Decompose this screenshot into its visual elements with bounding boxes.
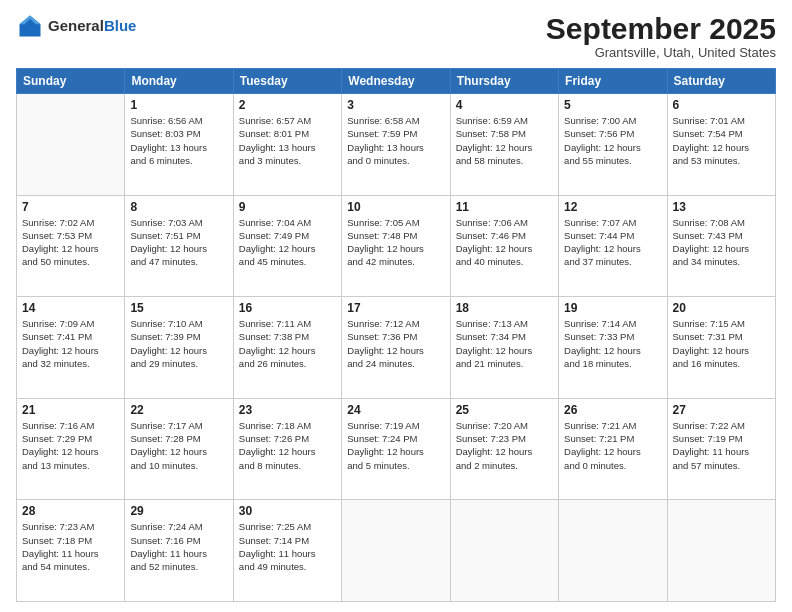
week-row-1: 1Sunrise: 6:56 AMSunset: 8:03 PMDaylight… [17,94,776,196]
day-number: 16 [239,301,336,315]
day-number: 9 [239,200,336,214]
day-info: Sunrise: 7:24 AMSunset: 7:16 PMDaylight:… [130,520,227,573]
day-info: Sunrise: 6:58 AMSunset: 7:59 PMDaylight:… [347,114,444,167]
day-number: 6 [673,98,770,112]
day-info: Sunrise: 7:25 AMSunset: 7:14 PMDaylight:… [239,520,336,573]
day-number: 7 [22,200,119,214]
day-info: Sunrise: 7:04 AMSunset: 7:49 PMDaylight:… [239,216,336,269]
calendar-cell: 7Sunrise: 7:02 AMSunset: 7:53 PMDaylight… [17,195,125,297]
calendar-cell: 6Sunrise: 7:01 AMSunset: 7:54 PMDaylight… [667,94,775,196]
calendar-cell: 3Sunrise: 6:58 AMSunset: 7:59 PMDaylight… [342,94,450,196]
day-info: Sunrise: 7:07 AMSunset: 7:44 PMDaylight:… [564,216,661,269]
day-number: 27 [673,403,770,417]
calendar-cell [559,500,667,602]
calendar-cell: 4Sunrise: 6:59 AMSunset: 7:58 PMDaylight… [450,94,558,196]
day-number: 28 [22,504,119,518]
day-info: Sunrise: 7:18 AMSunset: 7:26 PMDaylight:… [239,419,336,472]
calendar-cell: 21Sunrise: 7:16 AMSunset: 7:29 PMDayligh… [17,398,125,500]
col-tuesday: Tuesday [233,69,341,94]
location-subtitle: Grantsville, Utah, United States [546,45,776,60]
calendar-cell: 25Sunrise: 7:20 AMSunset: 7:23 PMDayligh… [450,398,558,500]
calendar-cell: 2Sunrise: 6:57 AMSunset: 8:01 PMDaylight… [233,94,341,196]
page: GeneralBlue September 2025 Grantsville, … [0,0,792,612]
day-info: Sunrise: 7:21 AMSunset: 7:21 PMDaylight:… [564,419,661,472]
col-wednesday: Wednesday [342,69,450,94]
calendar-cell: 18Sunrise: 7:13 AMSunset: 7:34 PMDayligh… [450,297,558,399]
day-number: 12 [564,200,661,214]
calendar-table: Sunday Monday Tuesday Wednesday Thursday… [16,68,776,602]
col-saturday: Saturday [667,69,775,94]
day-number: 5 [564,98,661,112]
day-number: 30 [239,504,336,518]
day-number: 29 [130,504,227,518]
day-info: Sunrise: 7:10 AMSunset: 7:39 PMDaylight:… [130,317,227,370]
day-info: Sunrise: 7:23 AMSunset: 7:18 PMDaylight:… [22,520,119,573]
day-info: Sunrise: 7:19 AMSunset: 7:24 PMDaylight:… [347,419,444,472]
calendar-cell: 9Sunrise: 7:04 AMSunset: 7:49 PMDaylight… [233,195,341,297]
day-number: 2 [239,98,336,112]
calendar-cell: 27Sunrise: 7:22 AMSunset: 7:19 PMDayligh… [667,398,775,500]
calendar-cell [17,94,125,196]
day-info: Sunrise: 7:17 AMSunset: 7:28 PMDaylight:… [130,419,227,472]
day-number: 15 [130,301,227,315]
week-row-2: 7Sunrise: 7:02 AMSunset: 7:53 PMDaylight… [17,195,776,297]
calendar-cell: 24Sunrise: 7:19 AMSunset: 7:24 PMDayligh… [342,398,450,500]
calendar-cell: 29Sunrise: 7:24 AMSunset: 7:16 PMDayligh… [125,500,233,602]
day-number: 20 [673,301,770,315]
calendar-cell: 10Sunrise: 7:05 AMSunset: 7:48 PMDayligh… [342,195,450,297]
day-info: Sunrise: 7:11 AMSunset: 7:38 PMDaylight:… [239,317,336,370]
week-row-3: 14Sunrise: 7:09 AMSunset: 7:41 PMDayligh… [17,297,776,399]
day-number: 18 [456,301,553,315]
day-number: 25 [456,403,553,417]
day-info: Sunrise: 7:22 AMSunset: 7:19 PMDaylight:… [673,419,770,472]
week-row-5: 28Sunrise: 7:23 AMSunset: 7:18 PMDayligh… [17,500,776,602]
calendar-cell: 26Sunrise: 7:21 AMSunset: 7:21 PMDayligh… [559,398,667,500]
day-number: 14 [22,301,119,315]
day-number: 22 [130,403,227,417]
day-info: Sunrise: 6:56 AMSunset: 8:03 PMDaylight:… [130,114,227,167]
calendar-cell: 17Sunrise: 7:12 AMSunset: 7:36 PMDayligh… [342,297,450,399]
header: GeneralBlue September 2025 Grantsville, … [16,12,776,60]
title-block: September 2025 Grantsville, Utah, United… [546,12,776,60]
day-info: Sunrise: 6:59 AMSunset: 7:58 PMDaylight:… [456,114,553,167]
day-number: 8 [130,200,227,214]
calendar-cell: 11Sunrise: 7:06 AMSunset: 7:46 PMDayligh… [450,195,558,297]
day-number: 23 [239,403,336,417]
day-info: Sunrise: 7:16 AMSunset: 7:29 PMDaylight:… [22,419,119,472]
day-info: Sunrise: 7:03 AMSunset: 7:51 PMDaylight:… [130,216,227,269]
col-thursday: Thursday [450,69,558,94]
day-number: 11 [456,200,553,214]
calendar-cell: 8Sunrise: 7:03 AMSunset: 7:51 PMDaylight… [125,195,233,297]
calendar-cell: 15Sunrise: 7:10 AMSunset: 7:39 PMDayligh… [125,297,233,399]
calendar-cell: 16Sunrise: 7:11 AMSunset: 7:38 PMDayligh… [233,297,341,399]
col-friday: Friday [559,69,667,94]
day-info: Sunrise: 7:09 AMSunset: 7:41 PMDaylight:… [22,317,119,370]
day-number: 13 [673,200,770,214]
calendar-cell [667,500,775,602]
day-number: 19 [564,301,661,315]
day-number: 21 [22,403,119,417]
day-info: Sunrise: 7:01 AMSunset: 7:54 PMDaylight:… [673,114,770,167]
logo-blue: Blue [104,17,137,34]
calendar-cell: 5Sunrise: 7:00 AMSunset: 7:56 PMDaylight… [559,94,667,196]
day-number: 3 [347,98,444,112]
day-info: Sunrise: 7:12 AMSunset: 7:36 PMDaylight:… [347,317,444,370]
day-info: Sunrise: 7:20 AMSunset: 7:23 PMDaylight:… [456,419,553,472]
month-title: September 2025 [546,12,776,45]
logo-icon [16,12,44,40]
calendar-cell: 12Sunrise: 7:07 AMSunset: 7:44 PMDayligh… [559,195,667,297]
logo: GeneralBlue [16,12,136,40]
day-number: 26 [564,403,661,417]
day-info: Sunrise: 7:14 AMSunset: 7:33 PMDaylight:… [564,317,661,370]
day-info: Sunrise: 7:06 AMSunset: 7:46 PMDaylight:… [456,216,553,269]
calendar-cell: 23Sunrise: 7:18 AMSunset: 7:26 PMDayligh… [233,398,341,500]
header-row: Sunday Monday Tuesday Wednesday Thursday… [17,69,776,94]
day-info: Sunrise: 6:57 AMSunset: 8:01 PMDaylight:… [239,114,336,167]
day-number: 1 [130,98,227,112]
calendar-cell: 14Sunrise: 7:09 AMSunset: 7:41 PMDayligh… [17,297,125,399]
day-number: 17 [347,301,444,315]
calendar-cell: 13Sunrise: 7:08 AMSunset: 7:43 PMDayligh… [667,195,775,297]
calendar-cell: 28Sunrise: 7:23 AMSunset: 7:18 PMDayligh… [17,500,125,602]
calendar-cell [342,500,450,602]
col-sunday: Sunday [17,69,125,94]
